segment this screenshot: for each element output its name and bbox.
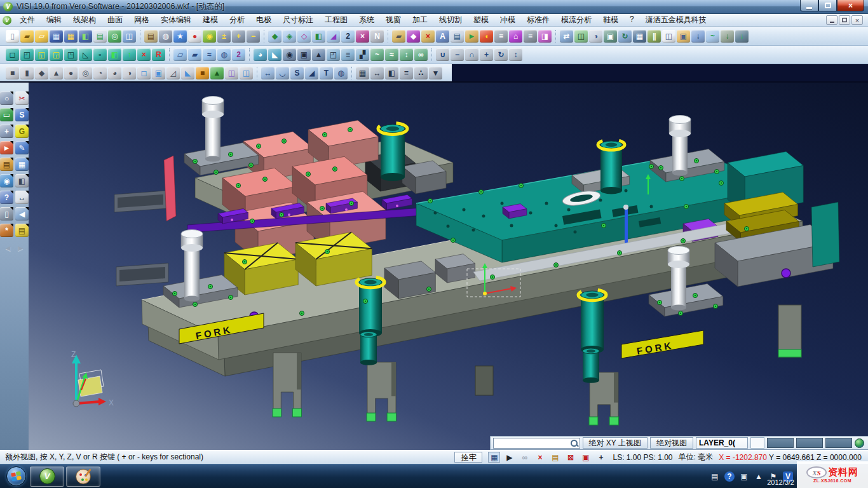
- absolute-view-button[interactable]: 绝对视图: [650, 437, 693, 449]
- purge-layers-icon[interactable]: ▤: [144, 30, 158, 43]
- support-stool-icon[interactable]: ◫: [225, 67, 238, 79]
- show-elements-icon[interactable]: +: [232, 30, 245, 43]
- toggle-visibility-icon[interactable]: ±: [217, 30, 231, 43]
- surface-trim-icon[interactable]: ◇: [297, 30, 311, 43]
- new-file-icon[interactable]: ▯: [6, 30, 19, 43]
- sheet-bend-icon[interactable]: ◿: [166, 67, 180, 79]
- cursor-select-icon[interactable]: ▶: [503, 452, 515, 463]
- curvature-map-icon[interactable]: ◖: [480, 30, 493, 43]
- delete-entity-icon[interactable]: ▯: [0, 207, 13, 220]
- wedge-block-icon[interactable]: ◣: [181, 67, 194, 79]
- box-copy-icon[interactable]: ▤: [549, 452, 561, 463]
- measure-dimension-icon[interactable]: ↔: [15, 191, 29, 204]
- mesh-sphere-icon[interactable]: ◍: [217, 48, 231, 61]
- restore-button[interactable]: [818, 0, 837, 11]
- surface-draft-icon[interactable]: ◢: [327, 30, 340, 43]
- lift-face-icon[interactable]: ◫: [574, 30, 588, 43]
- close-button[interactable]: ×: [837, 0, 864, 11]
- menu-item-21[interactable]: 潇洒五金模具科技: [640, 13, 712, 27]
- menu-item-1[interactable]: 编辑: [41, 13, 67, 27]
- compare-model-icon[interactable]: A: [436, 30, 449, 43]
- options-icon[interactable]: ★: [173, 30, 187, 43]
- solid-lock-icon[interactable]: ◧: [108, 48, 121, 61]
- pin-pair-icon[interactable]: ∥: [648, 30, 661, 43]
- dynamic-view-icon[interactable]: ◉: [0, 174, 13, 187]
- menu-item-3[interactable]: 曲面: [102, 13, 128, 27]
- wrap-face-icon[interactable]: ◍: [334, 67, 348, 79]
- menu-item-9[interactable]: 尺寸标注: [277, 13, 319, 27]
- work-plane-icon[interactable]: ▦: [15, 158, 29, 171]
- press-table-icon[interactable]: ▦: [633, 30, 646, 43]
- menu-item-6[interactable]: 建模: [197, 13, 224, 27]
- edit-curve-icon[interactable]: ✎: [15, 141, 29, 154]
- report-icon[interactable]: ▤: [451, 30, 464, 43]
- primitive-sphere-icon[interactable]: ●: [64, 67, 78, 79]
- view-option-button-3[interactable]: [825, 438, 852, 448]
- show-hidden-icon[interactable]: ▲: [754, 471, 764, 482]
- 3d-viewport[interactable]: FORKFORK ZX 绝对 XY 上视图 绝对视图 LAYER_0(: [29, 83, 868, 450]
- hollow-cube-icon[interactable]: ▣: [152, 67, 165, 79]
- print-icon[interactable]: ▤: [93, 30, 107, 43]
- rib-feature-icon[interactable]: ≡: [341, 48, 355, 61]
- solid-side-yellow-icon[interactable]: ◲: [50, 48, 63, 61]
- zoom-options-icon[interactable]: +: [0, 125, 13, 138]
- part-arrow-icon[interactable]: ►: [465, 30, 478, 43]
- corner-sphere-2-icon[interactable]: ◕: [108, 67, 121, 79]
- primitive-cone-icon[interactable]: ▲: [50, 67, 63, 79]
- mdi-close-button[interactable]: ×: [851, 15, 863, 25]
- corner-sphere-1-icon[interactable]: ◔: [93, 67, 107, 79]
- menu-item-11[interactable]: 系统: [353, 13, 380, 27]
- extrude-tree-icon[interactable]: ▲: [210, 67, 224, 79]
- surface-split-icon[interactable]: ◧: [312, 30, 325, 43]
- sew-faces-icon[interactable]: ∞: [414, 48, 428, 61]
- taskbar-paint-button[interactable]: [66, 466, 100, 487]
- boss-feature-icon[interactable]: ▲: [312, 48, 325, 61]
- replace-solid-icon[interactable]: ↻: [618, 30, 632, 43]
- activate-part-icon[interactable]: ↓: [691, 30, 705, 43]
- primitive-box-icon[interactable]: ■: [6, 67, 19, 79]
- search-icon[interactable]: [570, 439, 578, 447]
- menu-item-13[interactable]: 加工: [407, 13, 433, 27]
- menu-item-7[interactable]: 分析: [224, 13, 250, 27]
- sketch-spline-icon[interactable]: S: [15, 108, 29, 121]
- modify-attributes-icon[interactable]: ▤: [0, 158, 13, 171]
- refresh-visibility-icon[interactable]: ◉: [203, 30, 216, 43]
- snap-lock-button[interactable]: 拴牢: [454, 452, 482, 463]
- view-option-button-1[interactable]: [767, 438, 794, 448]
- section-view-icon[interactable]: ◧: [385, 67, 398, 79]
- view-forward-icon[interactable]: ►: [17, 243, 25, 253]
- thicken-feature-icon[interactable]: ↕: [400, 48, 413, 61]
- mdi-restore-button[interactable]: [839, 15, 850, 25]
- hide-elements-icon[interactable]: −: [247, 30, 260, 43]
- paste-icon[interactable]: ▣: [677, 30, 690, 43]
- system-settings-icon[interactable]: *: [0, 224, 13, 237]
- open-box-icon[interactable]: ◨: [538, 30, 552, 43]
- view-back-icon[interactable]: ◄: [4, 243, 12, 253]
- pattern-feature-icon[interactable]: ▞: [356, 48, 369, 61]
- save-selected-icon[interactable]: ◧: [79, 30, 92, 43]
- snap-points-icon[interactable]: ∴: [414, 67, 428, 79]
- remove-intersection-icon[interactable]: ×: [421, 30, 435, 43]
- minimize-button[interactable]: [800, 0, 818, 11]
- globe-icon[interactable]: [855, 438, 864, 448]
- menu-item-5[interactable]: 实体编辑: [155, 13, 197, 27]
- align-view-icon[interactable]: =: [400, 67, 413, 79]
- plane-trim-icon[interactable]: ▰: [188, 48, 201, 61]
- move-solid-icon[interactable]: +: [480, 48, 493, 61]
- solid-wireframe-icon[interactable]: ◻: [6, 48, 19, 61]
- block-orange-icon[interactable]: ■: [196, 67, 209, 79]
- taskbar-visi-button[interactable]: V: [30, 466, 64, 487]
- menu-item-4[interactable]: 网格: [128, 13, 155, 27]
- sweep-feature-icon[interactable]: ~: [370, 48, 384, 61]
- absolute-xy-top-view-button[interactable]: 绝对 XY 上视图: [583, 437, 648, 449]
- save-icon[interactable]: ▦: [50, 30, 63, 43]
- menu-item-10[interactable]: 工程图: [319, 13, 353, 27]
- mdi-minimize-button[interactable]: [826, 15, 837, 25]
- menu-item-19[interactable]: 鞋模: [597, 13, 624, 27]
- boolean-subtract-icon[interactable]: −: [451, 48, 464, 61]
- scale-solid-icon[interactable]: ↕: [509, 48, 522, 61]
- boolean-intersect-icon[interactable]: ∩: [465, 48, 478, 61]
- primitive-prism-icon[interactable]: ◆: [35, 67, 48, 79]
- surface-renumber-icon[interactable]: 2: [341, 30, 355, 43]
- loft-feature-icon[interactable]: ≈: [385, 48, 398, 61]
